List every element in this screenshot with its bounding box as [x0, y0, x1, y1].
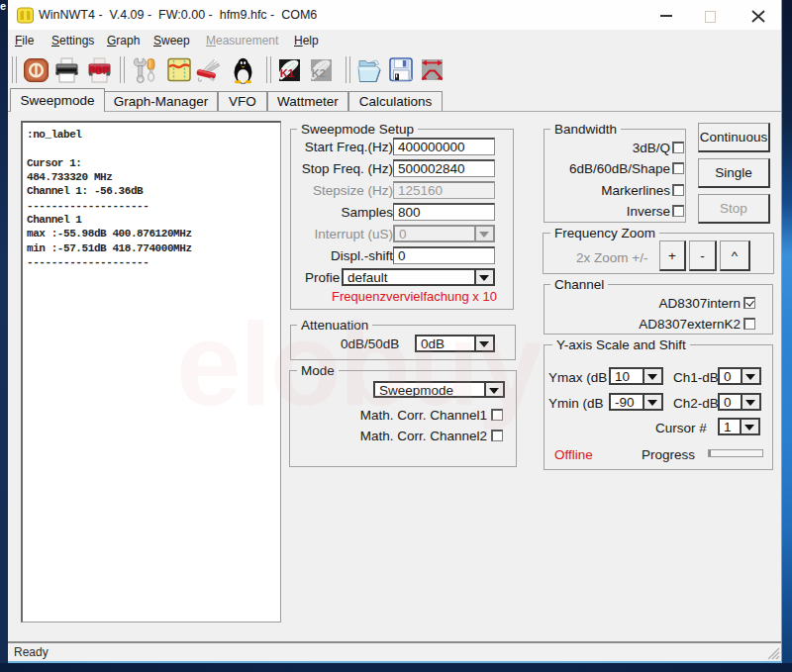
svg-text:PDF: PDF [89, 65, 109, 76]
svg-text:K2: K2 [312, 67, 326, 79]
svg-text:K1: K1 [280, 67, 294, 79]
